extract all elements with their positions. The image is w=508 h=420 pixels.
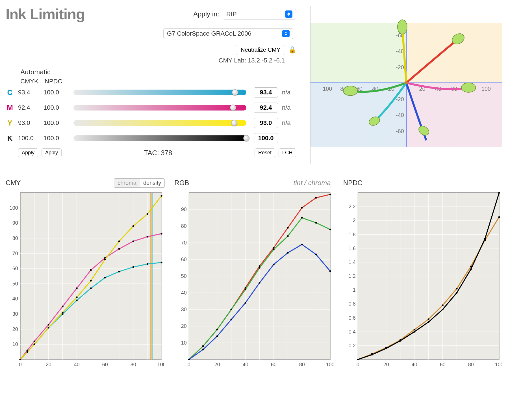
svg-point-84 <box>161 262 162 263</box>
svg-point-237 <box>442 309 443 310</box>
svg-point-240 <box>484 238 486 239</box>
svg-point-27 <box>461 83 476 92</box>
svg-text:100: 100 <box>481 86 491 92</box>
svg-text:90: 90 <box>181 207 187 212</box>
gamut-plot: -100-80-60-40-20 20406080100 -60-40-20 -… <box>310 6 502 164</box>
svg-point-97 <box>19 359 21 360</box>
apply-in-select[interactable]: RIP <box>223 9 296 20</box>
svg-text:1.8: 1.8 <box>348 232 355 237</box>
value-input-k[interactable] <box>254 133 278 143</box>
svg-point-106 <box>133 225 134 227</box>
ink-row-m: M 92.4 100.0 n/a <box>6 103 296 113</box>
ink-row-c: C 93.4 100.0 n/a <box>6 87 296 98</box>
svg-point-78 <box>76 300 78 301</box>
automatic-label: Automatic <box>20 68 296 76</box>
chart-subtitle-rgb: tint / chroma <box>294 179 331 187</box>
svg-point-226 <box>442 304 443 306</box>
svg-text:10: 10 <box>12 341 18 347</box>
svg-point-156 <box>329 194 331 195</box>
value-input-y[interactable] <box>254 118 278 128</box>
svg-point-160 <box>231 309 232 310</box>
unlock-icon[interactable]: 🔓 <box>288 46 296 54</box>
svg-text:100: 100 <box>326 362 334 367</box>
svg-point-104 <box>104 259 106 260</box>
chart-cmy: 020406080100102030405060708090100 <box>6 190 165 371</box>
svg-text:70: 70 <box>181 240 187 246</box>
na-label-y: n/a <box>282 119 296 127</box>
slider-thumb-y[interactable] <box>231 120 237 126</box>
svg-text:20: 20 <box>214 362 220 367</box>
svg-point-171 <box>231 319 232 320</box>
svg-text:100: 100 <box>10 205 18 211</box>
lch-button[interactable]: LCH <box>279 148 296 157</box>
svg-point-153 <box>287 227 289 229</box>
svg-point-231 <box>357 359 359 360</box>
svg-point-162 <box>259 267 260 269</box>
svg-text:1: 1 <box>353 287 355 293</box>
svg-point-89 <box>62 306 64 307</box>
svg-point-169 <box>202 349 204 350</box>
neutralize-cmy-button[interactable]: Neutralize CMY <box>236 45 285 55</box>
cmy-toggle[interactable]: chroma density <box>114 178 165 188</box>
svg-text:1.6: 1.6 <box>348 246 355 251</box>
slider-thumb-c[interactable] <box>232 89 238 96</box>
svg-text:40: 40 <box>243 362 248 367</box>
svg-point-24 <box>343 86 358 96</box>
svg-point-161 <box>245 289 246 290</box>
slider-thumb-m[interactable] <box>230 105 236 111</box>
toggle-density[interactable]: density <box>140 179 164 187</box>
svg-text:40: 40 <box>411 362 417 367</box>
svg-text:80: 80 <box>131 362 136 367</box>
svg-point-81 <box>118 271 120 272</box>
svg-text:0: 0 <box>19 362 22 367</box>
value-input-m[interactable] <box>254 103 278 113</box>
svg-point-167 <box>329 229 331 230</box>
svg-text:50: 50 <box>181 273 187 279</box>
apply-cmyk-button[interactable]: Apply <box>18 148 38 157</box>
svg-point-107 <box>147 213 148 215</box>
npdc-val-c: 100.0 <box>44 89 66 96</box>
svg-point-105 <box>118 241 120 242</box>
ink-row-y: Y 93.0 100.0 n/a <box>6 118 296 128</box>
svg-point-236 <box>427 321 429 323</box>
svg-point-82 <box>133 266 134 268</box>
toggle-chroma[interactable]: chroma <box>114 179 140 187</box>
cmyk-val-y: 93.0 <box>18 119 40 127</box>
svg-point-158 <box>202 345 204 347</box>
slider-y[interactable] <box>73 120 246 126</box>
slider-k[interactable] <box>73 135 246 141</box>
svg-text:80: 80 <box>299 362 305 367</box>
chart-npdc: 0204060801000.20.40.60.811.21.41.61.822.… <box>343 190 502 371</box>
slider-c[interactable] <box>73 90 246 95</box>
slider-thumb-k[interactable] <box>243 135 249 141</box>
svg-point-227 <box>456 288 457 289</box>
svg-text:0.6: 0.6 <box>348 315 355 321</box>
na-label-c: n/a <box>282 89 296 96</box>
svg-text:1.2: 1.2 <box>348 273 355 279</box>
svg-point-234 <box>399 340 401 342</box>
apply-npdc-button[interactable]: Apply <box>42 148 62 157</box>
svg-point-93 <box>118 248 120 250</box>
cmyk-val-k: 100.0 <box>18 135 40 142</box>
svg-text:2.2: 2.2 <box>348 204 355 209</box>
svg-text:30: 30 <box>12 311 18 317</box>
svg-point-238 <box>456 292 457 294</box>
svg-point-96 <box>161 233 162 235</box>
value-input-c[interactable] <box>254 87 278 98</box>
na-label-m: n/a <box>282 104 296 111</box>
svg-text:40: 40 <box>181 290 187 296</box>
svg-text:60: 60 <box>440 362 445 367</box>
apply-in-label: Apply in: <box>193 10 219 18</box>
reset-button[interactable]: Reset <box>255 148 275 157</box>
tac-readout: TAC: 378 <box>144 149 172 157</box>
svg-text:100: 100 <box>495 362 502 367</box>
controls-panel: Ink Limiting Apply in: RIP G7 ColorSpace… <box>6 6 302 164</box>
svg-point-175 <box>287 252 289 254</box>
svg-text:20: 20 <box>383 362 389 367</box>
svg-text:80: 80 <box>468 362 474 367</box>
slider-m[interactable] <box>73 105 246 111</box>
col-cmyk: CMYK <box>20 78 45 85</box>
svg-text:60: 60 <box>271 362 277 367</box>
profile-select[interactable]: G7 ColorSpace GRACoL 2006 <box>163 28 293 39</box>
svg-text:50: 50 <box>12 281 18 287</box>
